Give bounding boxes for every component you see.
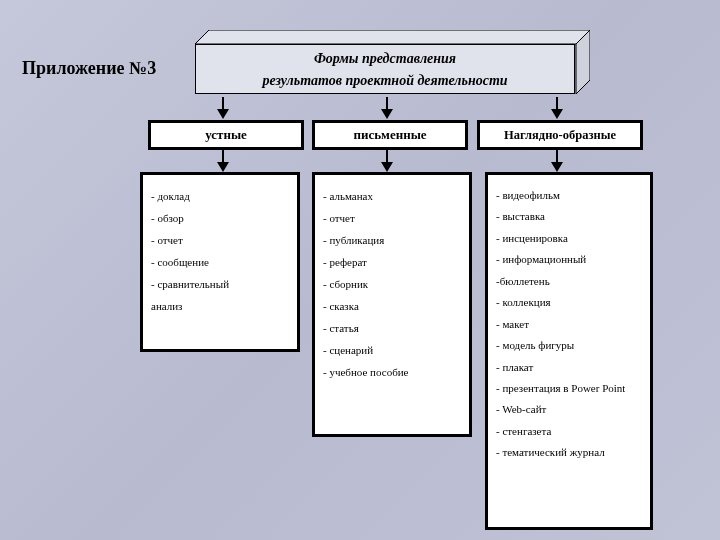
- list-item: видеофильм: [496, 185, 642, 206]
- list-item: макет: [496, 314, 642, 335]
- page-title: Приложение №3: [22, 58, 156, 79]
- list-item: Web-сайт: [496, 399, 642, 420]
- arrow-down-icon: [216, 150, 230, 172]
- list-item: стенгазета: [496, 421, 642, 442]
- list-item: отчет: [323, 207, 461, 229]
- list-item: сказка: [323, 295, 461, 317]
- list-item: инсценировка: [496, 228, 642, 249]
- list-item: -бюллетень: [496, 271, 642, 292]
- list-item: реферат: [323, 251, 461, 273]
- list-item: отчет: [151, 229, 289, 251]
- list-item: выставка: [496, 206, 642, 227]
- list-item: презентация в Power Point: [496, 378, 642, 399]
- list-visual: видеофильм выставка инсценировка информа…: [485, 172, 653, 530]
- list-item: информационный: [496, 249, 642, 270]
- list-item: альманах: [323, 185, 461, 207]
- svg-marker-7: [551, 109, 563, 119]
- banner-line2: результатов проектной деятельности: [196, 70, 574, 92]
- list-item: сборник: [323, 273, 461, 295]
- arrow-down-icon: [380, 150, 394, 172]
- list-item: сравнительный: [151, 273, 289, 295]
- svg-marker-3: [217, 109, 229, 119]
- svg-marker-0: [195, 30, 590, 44]
- banner-line1: Формы представления: [196, 48, 574, 70]
- list-written: альманах отчет публикация реферат сборни…: [312, 172, 472, 437]
- list-item: статья: [323, 317, 461, 339]
- slide: Приложение №3 Формы представления резуль…: [0, 0, 720, 540]
- svg-marker-13: [551, 162, 563, 172]
- list-item: анализ: [151, 295, 289, 317]
- list-item: модель фигуры: [496, 335, 642, 356]
- arrow-down-icon: [216, 97, 230, 119]
- category-written: письменные: [312, 120, 468, 150]
- list-item: доклад: [151, 185, 289, 207]
- list-item: сценарий: [323, 339, 461, 361]
- arrow-down-icon: [380, 97, 394, 119]
- banner-3d-box: Формы представления результатов проектно…: [195, 30, 590, 94]
- svg-marker-5: [381, 109, 393, 119]
- list-item: тематический журнал: [496, 442, 642, 463]
- list-item: учебное пособие: [323, 361, 461, 383]
- list-oral: доклад обзор отчет сообщение сравнительн…: [140, 172, 300, 352]
- list-item: коллекция: [496, 292, 642, 313]
- arrow-down-icon: [550, 150, 564, 172]
- arrow-down-icon: [550, 97, 564, 119]
- list-item: публикация: [323, 229, 461, 251]
- list-item: плакат: [496, 357, 642, 378]
- banner-front: Формы представления результатов проектно…: [195, 44, 575, 94]
- category-oral: устные: [148, 120, 304, 150]
- list-item: сообщение: [151, 251, 289, 273]
- svg-marker-11: [381, 162, 393, 172]
- svg-marker-9: [217, 162, 229, 172]
- svg-marker-1: [576, 30, 590, 94]
- category-visual: Наглядно-образные: [477, 120, 643, 150]
- list-item: обзор: [151, 207, 289, 229]
